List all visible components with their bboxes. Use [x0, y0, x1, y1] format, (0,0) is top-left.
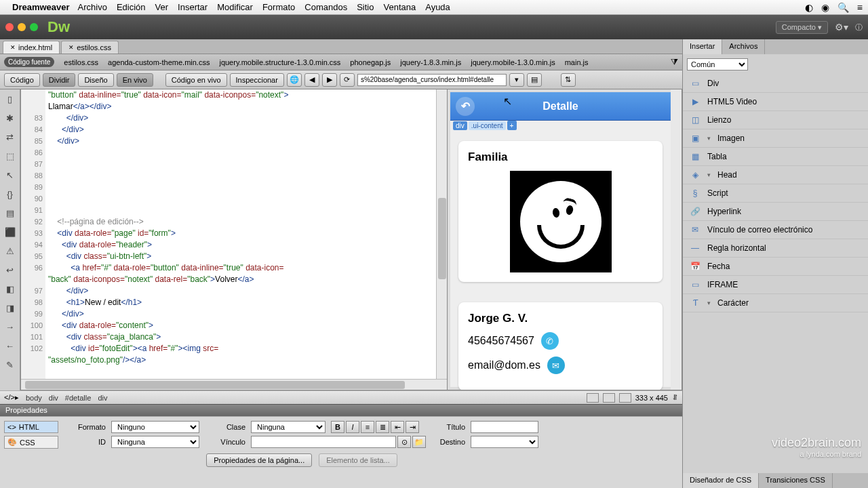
properties-panel-title[interactable]: Propiedades: [0, 404, 682, 416]
sync-scroll-icon[interactable]: ⇅: [561, 73, 576, 87]
format-select[interactable]: Ninguno: [111, 421, 199, 433]
menu-ver[interactable]: Ver: [155, 2, 169, 12]
related-file[interactable]: phonegap.js: [350, 58, 391, 66]
close-icon[interactable]: ✕: [10, 44, 16, 51]
id-select[interactable]: Ninguna: [111, 436, 199, 448]
tag-crumb[interactable]: body: [26, 394, 42, 402]
filter-icon[interactable]: ⧩: [671, 57, 678, 68]
menu-extras-icon[interactable]: ≡: [857, 2, 863, 13]
balance-braces-icon[interactable]: {}: [3, 187, 17, 201]
code-horizontal-scrollbar[interactable]: [21, 379, 447, 390]
menu-archivo[interactable]: Archivo: [78, 2, 107, 12]
word-wrap-icon[interactable]: ↩: [3, 263, 17, 277]
insert-item[interactable]: — Regla horizontal: [683, 239, 868, 258]
html-mode-button[interactable]: <> HTML: [4, 421, 58, 433]
code-editor[interactable]: 8384858687888990919293949596 97989910010…: [20, 89, 448, 390]
dom-inspector-tag[interactable]: div .ui-content +: [453, 121, 517, 130]
insert-item[interactable]: ▦ Tabla: [683, 148, 868, 166]
live-code-button[interactable]: Código en vivo: [165, 73, 227, 87]
menu-formato[interactable]: Formato: [262, 2, 295, 12]
title-input[interactable]: [471, 421, 538, 433]
settings-gear-icon[interactable]: ⚙▾: [835, 22, 848, 33]
insert-item[interactable]: ✉ Vínculo de correo electrónico: [683, 221, 868, 239]
status-icon[interactable]: ◉: [821, 2, 829, 13]
tag-inspector-icon[interactable]: </>▸: [4, 393, 19, 402]
insert-item[interactable]: ▶ HTML5 Video: [683, 93, 868, 111]
page-properties-button[interactable]: Propiedades de la página...: [206, 453, 312, 467]
insert-item[interactable]: Ƭ ▾ Carácter: [683, 294, 868, 312]
related-file[interactable]: jquery-1.8.3.min.js: [400, 58, 461, 66]
workspace-switcher[interactable]: Compacto ▾: [776, 21, 828, 34]
recent-snippets-icon[interactable]: ◧: [3, 282, 17, 296]
insert-item[interactable]: ◈ ▾ Head: [683, 166, 868, 184]
select-parent-icon[interactable]: ↖: [3, 168, 17, 182]
target-select[interactable]: [471, 436, 538, 448]
tag-crumb[interactable]: #detalle: [65, 394, 92, 402]
nav-back-icon[interactable]: ◀: [304, 73, 319, 87]
open-docs-icon[interactable]: ▯: [3, 92, 17, 106]
help-icon[interactable]: ⓘ: [855, 22, 863, 33]
highlight-icon[interactable]: ⬛: [3, 225, 17, 239]
link-input[interactable]: [251, 436, 396, 448]
related-file[interactable]: agenda-custom-theme.min.css: [108, 58, 210, 66]
spotlight-icon[interactable]: 🔍: [837, 2, 849, 13]
insert-item[interactable]: § Script: [683, 184, 868, 203]
preview-scrollbar[interactable]: [671, 89, 682, 390]
tag-crumb[interactable]: div: [98, 394, 107, 402]
tab-css-designer[interactable]: Diseñador de CSS: [683, 473, 759, 488]
inspect-button[interactable]: Inspeccionar: [230, 73, 284, 87]
view-live-button[interactable]: En vivo: [117, 73, 153, 87]
ul-button[interactable]: ≡: [361, 421, 374, 433]
nav-forward-icon[interactable]: ▶: [322, 73, 337, 87]
insert-item[interactable]: ▭ IFRAME: [683, 276, 868, 294]
device-phone-icon[interactable]: [587, 393, 599, 403]
doc-tab-estilos[interactable]: ✕ estilos.css: [61, 41, 119, 54]
insert-item[interactable]: ▣ ▾ Imagen: [683, 129, 868, 148]
tag-crumb[interactable]: div: [49, 394, 58, 402]
back-button-icon[interactable]: ↶: [456, 97, 475, 116]
menu-ventana[interactable]: Ventana: [383, 2, 416, 12]
close-icon[interactable]: ✕: [68, 44, 74, 51]
menu-modificar[interactable]: Modificar: [217, 2, 253, 12]
doc-tab-index[interactable]: ✕ index.html: [3, 41, 60, 54]
address-input[interactable]: [357, 74, 507, 86]
insert-item[interactable]: ▭ Div: [683, 75, 868, 93]
insert-item[interactable]: 📅 Fecha: [683, 258, 868, 276]
bold-button[interactable]: B: [331, 421, 344, 433]
outdent-icon[interactable]: ←: [3, 339, 17, 352]
format-code-icon[interactable]: ✎: [3, 358, 17, 371]
app-name[interactable]: Dreamweaver: [12, 2, 70, 12]
syntax-error-icon[interactable]: ⚠: [3, 244, 17, 258]
insert-category-select[interactable]: Común: [687, 58, 748, 70]
insert-item[interactable]: 🔗 Hyperlink: [683, 203, 868, 221]
italic-button[interactable]: I: [346, 421, 359, 433]
code-vertical-scrollbar[interactable]: [436, 89, 447, 379]
menu-comandos[interactable]: Comandos: [304, 2, 347, 12]
view-code-button[interactable]: Código: [4, 73, 40, 87]
window-close-button[interactable]: [5, 23, 14, 31]
device-tablet-icon[interactable]: [603, 393, 615, 403]
tab-css-transitions[interactable]: Transiciones CSS: [759, 473, 833, 488]
class-select[interactable]: Ninguna: [251, 421, 326, 433]
menu-insertar[interactable]: Insertar: [178, 2, 208, 12]
sync-icon[interactable]: ◐: [805, 2, 813, 13]
parent-tag-icon[interactable]: ⬚: [3, 149, 17, 163]
collapse-icon[interactable]: ✱: [3, 111, 17, 125]
expand-icon[interactable]: ⇄: [3, 130, 17, 144]
menu-ayuda[interactable]: Ayuda: [425, 2, 450, 12]
menu-edicion[interactable]: Edición: [117, 2, 146, 12]
point-to-file-icon[interactable]: ⊙: [397, 436, 411, 448]
menu-sitio[interactable]: Sitio: [357, 2, 374, 12]
url-dropdown-icon[interactable]: ▾: [509, 73, 524, 87]
tab-insertar[interactable]: Insertar: [683, 39, 722, 54]
move-css-icon[interactable]: ◨: [3, 301, 17, 314]
live-options-icon[interactable]: ▤: [527, 73, 542, 87]
insert-item[interactable]: ◫ Lienzo: [683, 111, 868, 129]
browser-nav-icon[interactable]: 🌐: [287, 73, 302, 87]
window-zoom-button[interactable]: [30, 23, 38, 31]
css-mode-button[interactable]: 🎨 CSS: [4, 436, 58, 449]
related-file[interactable]: estilos.css: [64, 58, 98, 66]
related-file[interactable]: jquery.mobile.structure-1.3.0.min.css: [219, 58, 340, 66]
browse-folder-icon[interactable]: 📁: [412, 436, 426, 448]
indent-button[interactable]: ⇥: [406, 421, 419, 433]
